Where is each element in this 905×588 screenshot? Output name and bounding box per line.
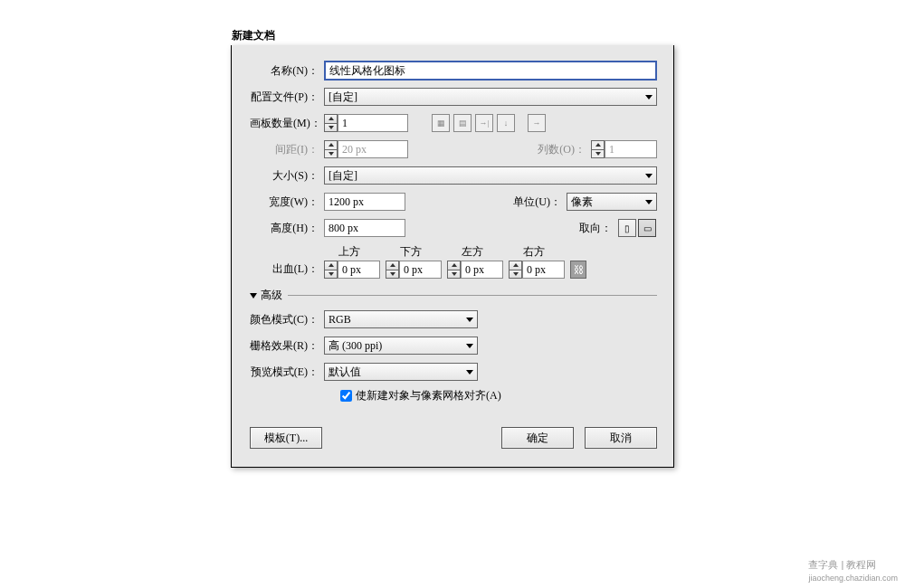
bleed-label: 出血(L)：: [250, 261, 324, 277]
link-values-button[interactable]: ⛓: [570, 261, 586, 279]
orientation-portrait-button[interactable]: ▯: [618, 219, 636, 237]
chevron-down-icon: [466, 344, 473, 348]
template-button[interactable]: 模板(T)...: [250, 427, 322, 449]
columns-label: 列数(O)：: [538, 142, 591, 157]
bleed-left-input[interactable]: [461, 261, 503, 279]
name-input[interactable]: [324, 61, 657, 81]
columns-input: [605, 140, 657, 158]
spacing-label: 间距(I)：: [250, 142, 324, 157]
watermark: 查字典 | 教程网 jiaocheng.chazidian.com: [808, 558, 898, 583]
grid-cols-icon[interactable]: ▤: [453, 114, 472, 132]
orientation-landscape-button[interactable]: ▭: [638, 219, 656, 237]
spinner-up-icon[interactable]: [324, 261, 338, 270]
spacing-input: [338, 140, 408, 158]
chevron-down-icon: [645, 174, 653, 178]
columns-spinner: [591, 140, 657, 158]
bleed-top-spinner[interactable]: [324, 261, 380, 279]
name-label: 名称(N)：: [250, 63, 324, 79]
bleed-left-label: 左方: [447, 244, 503, 260]
spinner-down-icon[interactable]: [509, 270, 522, 280]
raster-value: 高 (300 ppi): [329, 338, 382, 354]
bleed-right-spinner[interactable]: [509, 261, 565, 279]
bleed-right-label: 右方: [509, 244, 565, 260]
spinner-up-icon: [591, 140, 605, 149]
spinner-up-icon: [324, 140, 338, 149]
ok-button[interactable]: 确定: [501, 427, 574, 449]
spinner-up-icon[interactable]: [324, 114, 338, 123]
orientation-label: 取向：: [579, 221, 617, 236]
width-label: 宽度(W)：: [250, 194, 324, 210]
bleed-left-spinner[interactable]: [447, 261, 503, 279]
raster-label: 栅格效果(R)：: [250, 338, 324, 354]
units-label: 单位(U)：: [513, 194, 567, 210]
color-mode-label: 颜色模式(C)：: [250, 312, 324, 327]
profile-label: 配置文件(P)：: [250, 90, 324, 105]
units-select[interactable]: 像素: [567, 193, 657, 211]
width-input[interactable]: [324, 193, 405, 211]
bleed-bottom-spinner[interactable]: [386, 261, 442, 279]
profile-select[interactable]: [自定]: [324, 88, 657, 106]
preview-label: 预览模式(E)：: [250, 365, 324, 380]
new-document-dialog: 新建文档 名称(N)： 配置文件(P)： [自定] 画板数量(M)：: [231, 45, 674, 468]
profile-value: [自定]: [329, 90, 357, 105]
bleed-bottom-label: 下方: [386, 244, 442, 260]
spinner-down-icon: [591, 149, 605, 159]
direction-icon[interactable]: →: [528, 114, 546, 132]
row-arrange-icon[interactable]: →|: [475, 114, 493, 132]
align-pixel-grid-checkbox[interactable]: [340, 390, 352, 402]
spinner-up-icon[interactable]: [509, 261, 522, 270]
preview-value: 默认值: [329, 365, 361, 380]
advanced-section-toggle[interactable]: 高级: [250, 288, 657, 303]
bleed-top-label: 上方: [324, 244, 380, 260]
chevron-down-icon: [466, 370, 473, 375]
cancel-button[interactable]: 取消: [585, 427, 657, 449]
size-label: 大小(S)：: [250, 168, 324, 184]
size-select[interactable]: [自定]: [324, 166, 657, 185]
height-input[interactable]: [324, 219, 405, 237]
spinner-down-icon[interactable]: [324, 123, 338, 133]
height-label: 高度(H)：: [250, 221, 324, 236]
triangle-down-icon: [250, 293, 257, 299]
artboards-spinner[interactable]: [324, 114, 408, 132]
spinner-up-icon[interactable]: [386, 261, 399, 270]
size-value: [自定]: [329, 168, 357, 184]
artboards-input[interactable]: [338, 114, 408, 132]
artboard-layout-icons: ▦ ▤ →| ↓: [432, 114, 515, 132]
chevron-down-icon: [645, 95, 653, 100]
artboards-label: 画板数量(M)：: [250, 116, 324, 131]
grid-rows-icon[interactable]: ▦: [432, 114, 450, 132]
bleed-bottom-input[interactable]: [399, 261, 442, 279]
spinner-down-icon[interactable]: [386, 270, 399, 280]
spinner-down-icon[interactable]: [324, 270, 338, 280]
color-mode-select[interactable]: RGB: [324, 310, 478, 328]
bleed-top-input[interactable]: [338, 261, 380, 279]
raster-select[interactable]: 高 (300 ppi): [324, 337, 478, 355]
color-mode-value: RGB: [329, 313, 351, 327]
bleed-right-input[interactable]: [522, 261, 565, 279]
chevron-down-icon: [645, 200, 653, 204]
units-value: 像素: [571, 194, 593, 210]
chevron-down-icon: [466, 318, 473, 322]
spinner-up-icon[interactable]: [447, 261, 461, 270]
spinner-down-icon[interactable]: [447, 270, 461, 280]
align-checkbox-label: 使新建对象与像素网格对齐(A): [356, 388, 501, 403]
col-arrange-icon[interactable]: ↓: [497, 114, 515, 132]
advanced-label: 高级: [261, 288, 282, 303]
spacing-spinner: [324, 140, 408, 158]
preview-select[interactable]: 默认值: [324, 363, 478, 381]
spinner-down-icon: [324, 149, 338, 159]
dialog-title: 新建文档: [232, 28, 275, 43]
